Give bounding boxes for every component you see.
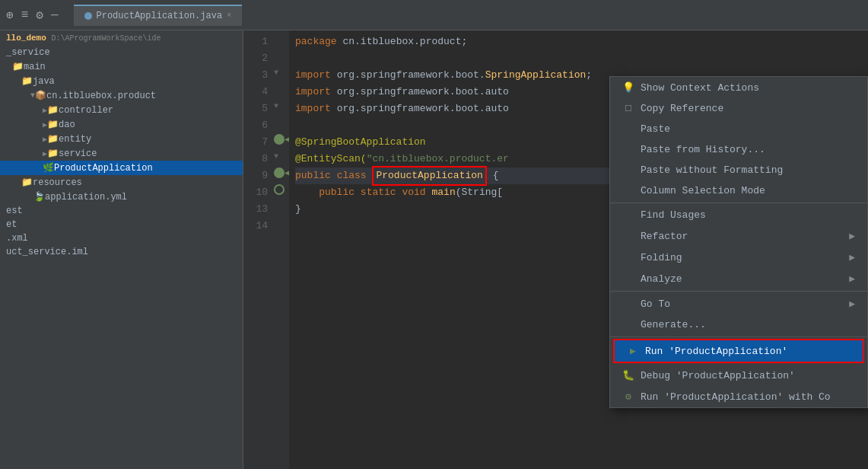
run-gutter-9[interactable] <box>274 168 285 178</box>
editor-area[interactable]: 1 2 3 4 5 6 7 8 9 10 13 14 ▼ ▼ <box>243 30 868 469</box>
menu-item-find-usages[interactable]: Find Usages <box>610 205 867 225</box>
menu-item-copy-reference[interactable]: □ Copy Reference <box>610 98 867 119</box>
sidebar-item-label-controller: controller <box>59 105 113 116</box>
menu-label-analyze: Analyze <box>641 273 682 285</box>
sidebar-item-dao[interactable]: ▶ 📁 dao <box>0 117 243 132</box>
sidebar-item-controller[interactable]: ▶ 📁 controller <box>0 103 243 117</box>
menu-label-find-usages: Find Usages <box>641 209 706 221</box>
sidebar-item-label-iml: uct_service.iml <box>6 247 88 257</box>
sidebar-item-main[interactable]: 📁 main <box>0 59 243 74</box>
menu-item-column-selection[interactable]: Column Selection Mode <box>610 180 867 201</box>
menu-item-show-context-actions[interactable]: 💡 Show Context Actions <box>610 77 867 98</box>
sidebar-item-java[interactable]: 📁 java <box>0 74 243 88</box>
sidebar-item-productapplication[interactable]: 🌿 ProductApplication <box>0 161 243 175</box>
menu-label-debug: Debug 'ProductApplication' <box>641 370 795 381</box>
title-bar-icons: ⊕ ≡ ⚙ — <box>6 8 59 23</box>
sidebar-item-label-xml: .xml <box>6 233 28 244</box>
folder-dao-icon: 📁 <box>47 119 59 130</box>
minimize-icon[interactable]: — <box>51 8 59 22</box>
run-gutter-10[interactable] <box>274 184 285 195</box>
yaml-icon: 🍃 <box>33 191 45 203</box>
sidebar-item-label-dao: dao <box>59 120 75 130</box>
run-coverage-icon: ⚙ <box>622 391 634 403</box>
menu-label-goto: Go To <box>641 298 670 310</box>
title-bar: ⊕ ≡ ⚙ — ProductApplication.java × <box>0 0 868 30</box>
tab-bar: ProductApplication.java × <box>74 5 243 26</box>
menu-item-folding[interactable]: Folding ▶ <box>610 247 867 268</box>
sidebar-item-label-productapp: ProductApplication <box>54 163 153 174</box>
bulb-icon: 💡 <box>622 81 634 94</box>
sidebar-item-et[interactable]: et <box>0 218 243 231</box>
folder-entity-icon: 📁 <box>47 133 59 145</box>
sidebar-item-label-entity: entity <box>59 134 91 145</box>
menu-label-refactor: Refactor <box>641 231 688 242</box>
separator-3 <box>610 337 867 337</box>
menu-item-goto[interactable]: Go To ▶ <box>610 293 867 314</box>
sidebar-item-est[interactable]: est <box>0 204 243 218</box>
sidebar-item-package[interactable]: ▼ 📦 cn.itbluebox.product <box>0 88 243 103</box>
project-path: D:\AProgramWorkSpace\ide <box>51 34 161 43</box>
menu-item-refactor[interactable]: Refactor ▶ <box>610 225 867 247</box>
separator-1 <box>610 203 867 203</box>
context-menu: 💡 Show Context Actions □ Copy Reference … <box>609 76 868 408</box>
line-gutter: ▼ ▼ ◀ ▼ ◀ <box>274 30 289 469</box>
menu-item-paste-history[interactable]: Paste from History... <box>610 139 867 160</box>
sidebar-item-label-main: main <box>24 62 46 72</box>
sidebar-item-entity[interactable]: ▶ 📁 entity <box>0 132 243 146</box>
analyze-arrow: ▶ <box>849 273 855 285</box>
main-area: llo_demo D:\AProgramWorkSpace\ide _servi… <box>0 30 868 469</box>
sidebar-item-label-java: java <box>33 76 55 87</box>
refactor-arrow: ▶ <box>849 230 855 242</box>
target-icon[interactable]: ⊕ <box>6 8 14 23</box>
tab-label: ProductApplication.java <box>97 11 223 21</box>
menu-icon[interactable]: ≡ <box>21 8 29 22</box>
menu-item-analyze[interactable]: Analyze ▶ <box>610 268 867 289</box>
folder-java-icon: 📁 <box>21 75 33 87</box>
spring-icon: 🌿 <box>43 162 54 174</box>
sidebar: llo_demo D:\AProgramWorkSpace\ide _servi… <box>0 30 243 469</box>
menu-label-folding: Folding <box>641 252 682 263</box>
line-numbers: 1 2 3 4 5 6 7 8 9 10 13 14 <box>243 30 274 469</box>
sidebar-item-service[interactable]: ▶ 📁 service <box>0 146 243 161</box>
sidebar-item-xml[interactable]: .xml <box>0 231 243 245</box>
code-line-2 <box>295 50 868 67</box>
menu-label-show-context-actions: Show Context Actions <box>641 82 759 94</box>
menu-label-column-selection: Column Selection Mode <box>641 185 765 196</box>
project-header: llo_demo D:\AProgramWorkSpace\ide <box>0 30 243 46</box>
menu-item-paste-no-format[interactable]: Paste without Formatting <box>610 160 867 180</box>
sidebar-item-label-est: est <box>6 206 23 216</box>
sidebar-item-application-yml[interactable]: 🍃 application.yml <box>0 190 243 204</box>
menu-label-paste-no-format: Paste without Formatting <box>641 164 783 176</box>
tab-close-button[interactable]: × <box>227 11 231 20</box>
folder-service-icon: 📁 <box>47 148 59 159</box>
sidebar-item-label-et: et <box>6 219 17 230</box>
menu-item-run-with-coverage[interactable]: ⚙ Run 'ProductApplication' with Co <box>610 386 867 407</box>
sidebar-item-service-root[interactable]: _service <box>0 46 243 59</box>
copy-ref-icon: □ <box>622 103 634 114</box>
sidebar-item-resources[interactable]: 📁 resources <box>0 175 243 190</box>
settings-icon[interactable]: ⚙ <box>36 8 43 23</box>
menu-item-run[interactable]: ▶ Run 'ProductApplication' <box>613 339 864 363</box>
folder-main-icon: 📁 <box>12 61 24 72</box>
menu-label-generate: Generate... <box>641 319 706 330</box>
debug-icon: 🐛 <box>622 369 634 381</box>
goto-arrow: ▶ <box>849 298 855 310</box>
project-name: llo_demo <box>6 34 46 43</box>
menu-label-paste: Paste <box>641 123 670 135</box>
menu-item-generate[interactable]: Generate... <box>610 314 867 335</box>
menu-label-paste-history: Paste from History... <box>641 144 765 155</box>
sidebar-item-label-resources: resources <box>33 177 82 188</box>
menu-item-paste[interactable]: Paste <box>610 119 867 139</box>
menu-label-copy-reference: Copy Reference <box>641 103 723 114</box>
sidebar-item-label-service: service <box>59 148 97 159</box>
sidebar-item-iml[interactable]: uct_service.iml <box>0 245 243 259</box>
run-gutter-7[interactable] <box>274 134 285 145</box>
folder-resources-icon: 📁 <box>21 177 33 188</box>
sidebar-item-label-package: cn.itbluebox.product <box>46 91 156 101</box>
menu-item-debug[interactable]: 🐛 Debug 'ProductApplication' <box>610 365 867 386</box>
separator-2 <box>610 291 867 292</box>
tab-file-dot <box>84 12 92 20</box>
file-tab[interactable]: ProductApplication.java × <box>74 5 243 26</box>
folder-controller-icon: 📁 <box>47 104 59 116</box>
menu-label-run-coverage: Run 'ProductApplication' with Co <box>641 391 831 403</box>
